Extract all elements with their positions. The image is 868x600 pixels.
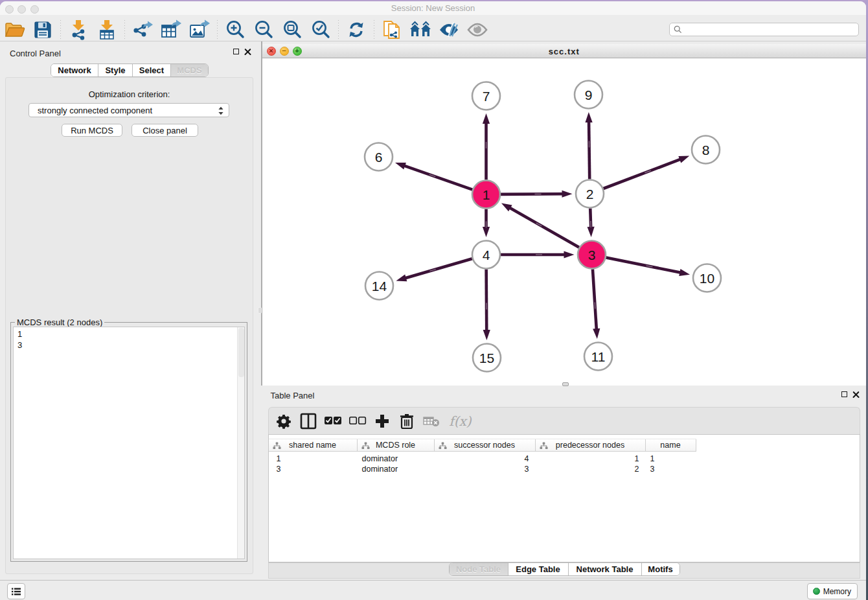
node-table: shared name MCDS role successor nodes pr… (268, 434, 860, 562)
memory-button[interactable]: Memory (807, 583, 858, 599)
result-scrollbar[interactable] (237, 327, 244, 559)
toolbar-export-image-button[interactable] (185, 17, 214, 43)
graph-node-7[interactable]: 7 (472, 82, 500, 110)
graph-edge-4-14[interactable] (396, 259, 472, 281)
graph-edge-1-2[interactable] (500, 190, 572, 198)
table-panel-float-icon[interactable] (841, 391, 847, 397)
mcds-result-group: MCDS result (2 nodes) 1 3 (10, 322, 247, 562)
table-add-column-button[interactable] (370, 410, 394, 433)
network-graph: 1234678910111415 (262, 58, 866, 386)
graph-edge-1-4[interactable] (482, 209, 489, 238)
toolbar-first-neighbors-button[interactable] (406, 17, 435, 43)
toolbar-import-table-button[interactable] (93, 17, 121, 43)
table-header-row: shared name MCDS role successor nodes pr… (269, 439, 696, 452)
tab-style[interactable]: Style (98, 64, 132, 76)
graph-node-14[interactable]: 14 (365, 272, 393, 300)
column-header-shared-name[interactable]: shared name (269, 439, 358, 451)
toolbar-show-all-button[interactable] (463, 17, 492, 43)
tab-motifs[interactable]: Motifs (641, 563, 680, 575)
graph-node-11[interactable]: 11 (584, 343, 612, 371)
graph-edge-4-15[interactable] (483, 269, 490, 340)
open-session-icon (3, 20, 25, 40)
tab-network[interactable]: Network (51, 64, 98, 76)
table-row-1[interactable]: 1dominator411 (269, 454, 696, 464)
delete-table-icon (423, 415, 440, 427)
toolbar-clone-network-button[interactable] (378, 17, 406, 43)
export-image-icon (188, 19, 211, 40)
table-cell: 1 (269, 454, 358, 464)
column-header-MCDS-role[interactable]: MCDS role (358, 439, 435, 451)
toolbar-zoom-selected-button[interactable] (306, 17, 335, 43)
network-canvas[interactable]: 1234678910111415 (262, 58, 867, 386)
clone-network-icon (382, 19, 402, 41)
graph-node-4[interactable]: 4 (472, 241, 500, 269)
toolbar-zoom-in-button[interactable] (221, 17, 249, 43)
table-fx-button[interactable]: f(x) (444, 410, 477, 433)
search-input[interactable] (682, 25, 858, 35)
toolbar-zoom-out-button[interactable] (249, 17, 278, 43)
column-header-successor-nodes[interactable]: successor nodes (435, 439, 536, 451)
column-header-predecessor-nodes[interactable]: predecessor nodes (536, 439, 646, 451)
graph-node-1[interactable]: 1 (472, 181, 500, 209)
graph-edge-4-3[interactable] (501, 251, 575, 258)
graph-edge-2-9[interactable] (585, 112, 592, 179)
tab-network-table[interactable]: Network Table (568, 563, 641, 575)
table-gear-button[interactable] (271, 410, 296, 433)
table-delete-table-button[interactable] (419, 410, 444, 433)
graph-node-8[interactable]: 8 (692, 136, 720, 164)
tab-edge-table[interactable]: Edge Table (508, 563, 568, 575)
table-select-all-button[interactable] (321, 410, 345, 433)
graph-edge-1-7[interactable] (482, 113, 489, 180)
first-neighbors-icon (409, 21, 432, 39)
toolbar-export-table-button[interactable] (157, 17, 185, 43)
toolbar-hide-selected-button[interactable] (435, 17, 463, 43)
graph-edge-3-11[interactable] (592, 269, 599, 339)
search-box[interactable] (669, 23, 859, 36)
table-delete-column-button[interactable] (394, 410, 419, 433)
graph-node-15[interactable]: 15 (473, 344, 501, 372)
graph-edge-3-10[interactable] (606, 257, 689, 276)
criterion-dropdown[interactable]: strongly connected component (29, 103, 229, 117)
run-mcds-button[interactable]: Run MCDS (62, 124, 122, 137)
toolbar-open-session-button[interactable] (0, 17, 29, 43)
tab-node-table[interactable]: Node Table (450, 563, 508, 575)
table-cell: dominator (358, 454, 435, 464)
graph-node-label: 4 (482, 248, 490, 262)
toolbar-export-network-button[interactable] (128, 17, 157, 43)
tab-mcds[interactable]: MCDS (170, 64, 208, 76)
table-panel-close-icon[interactable] (852, 391, 860, 398)
close-panel-button[interactable]: Close panel (131, 124, 198, 137)
toolbar-refresh-button[interactable] (342, 17, 371, 43)
control-panel-float-icon[interactable] (233, 49, 239, 54)
column-header-name[interactable]: name (646, 439, 696, 451)
toolbar-separator (121, 19, 128, 41)
vertical-split-grip[interactable] (258, 307, 262, 314)
graph-edge-3-1[interactable] (501, 203, 578, 247)
graph-edge-1-6[interactable] (394, 163, 472, 190)
graph-node-9[interactable]: 9 (575, 81, 602, 109)
graph-node-10[interactable]: 10 (693, 264, 721, 292)
import-network-icon (69, 19, 88, 40)
table-cell: dominator (358, 464, 435, 474)
result-scrollbar-thumb[interactable] (238, 328, 244, 377)
toolbar-import-network-button[interactable] (64, 17, 93, 43)
graph-edge-2-3[interactable] (587, 208, 594, 237)
network-window-title-bar: × − + scc.txt (262, 44, 867, 58)
table-row-3[interactable]: 3dominator323 (269, 464, 696, 474)
graph-node-2[interactable]: 2 (576, 180, 604, 208)
horizontal-split-grip[interactable] (562, 382, 569, 386)
toolbar-save-session-button[interactable] (29, 17, 57, 43)
graph-edge-2-8[interactable] (603, 156, 689, 189)
graph-node-label: 11 (591, 349, 605, 364)
graph-node-6[interactable]: 6 (365, 143, 393, 171)
table-split-view-button[interactable] (296, 410, 321, 433)
mcds-result-textarea[interactable]: 1 3 (13, 327, 245, 559)
table-tabs: Node TableEdge TableNetwork TableMotifs (449, 562, 680, 576)
control-panel-close-icon[interactable] (244, 48, 251, 55)
task-history-button[interactable] (7, 583, 25, 599)
toolbar-zoom-fit-button[interactable] (278, 17, 306, 43)
tab-select[interactable]: Select (132, 64, 170, 76)
graph-node-3[interactable]: 3 (578, 241, 606, 269)
table-deselect-all-button[interactable] (345, 410, 370, 433)
mcds-result-values: 1 3 (17, 329, 22, 351)
